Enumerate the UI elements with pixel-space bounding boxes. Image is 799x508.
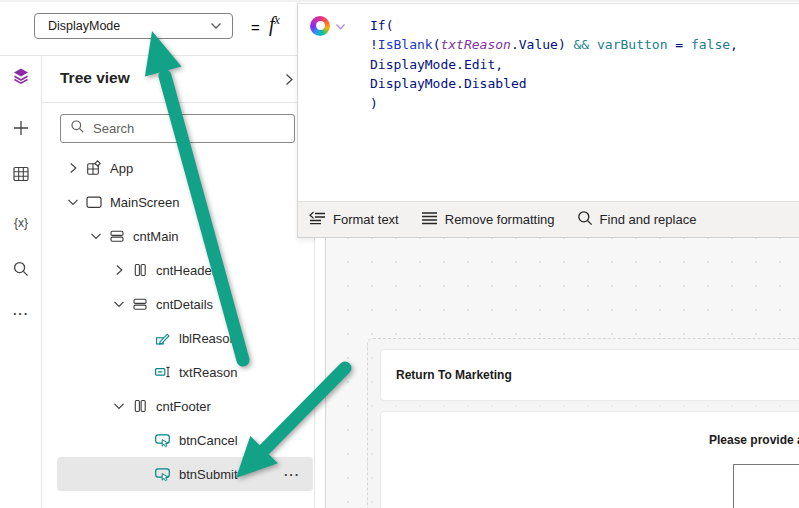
format-text-icon bbox=[309, 211, 326, 229]
tree-view-title: Tree view bbox=[60, 69, 130, 87]
tree-item-label: cntHeader bbox=[156, 263, 216, 278]
tree-item-label: cntMain bbox=[133, 229, 179, 244]
search-icon[interactable] bbox=[7, 255, 35, 283]
format-text-label: Format text bbox=[333, 212, 399, 227]
formula-toolbar: Format text Remove formatting Find and r… bbox=[298, 201, 799, 237]
formula-bar-panel: If(!IsBlank(txtReason.Value) && varButto… bbox=[297, 3, 799, 238]
remove-formatting-button[interactable]: Remove formatting bbox=[421, 211, 555, 229]
container-horizontal-icon bbox=[107, 227, 127, 245]
tree-item-label: lblReason bbox=[179, 331, 237, 346]
find-replace-icon bbox=[577, 210, 593, 229]
tree-list: AppMainScreencntMaincntHeadercntDetailsl… bbox=[42, 151, 314, 491]
tree-item-label: App bbox=[110, 161, 133, 176]
chevron-down-icon bbox=[335, 17, 346, 35]
tree-view-header: Tree view bbox=[42, 56, 314, 103]
formula-code-editor[interactable]: If(!IsBlank(txtReason.Value) && varButto… bbox=[370, 16, 738, 113]
property-selector-value: DisplayMode bbox=[48, 19, 120, 33]
canvas-surface[interactable]: Return To Marketing Please provide a rea bbox=[325, 238, 799, 508]
chevron-down-icon[interactable] bbox=[108, 299, 130, 309]
remove-formatting-label: Remove formatting bbox=[445, 212, 555, 227]
copilot-button[interactable] bbox=[310, 16, 346, 36]
code-line: DisplayMode.Disabled bbox=[370, 74, 738, 93]
chevron-down-icon[interactable] bbox=[85, 231, 107, 241]
chevron-right-icon[interactable] bbox=[108, 264, 130, 276]
container-vertical-icon bbox=[130, 397, 150, 415]
tree-item-label: cntDetails bbox=[156, 297, 213, 312]
details-card[interactable]: Please provide a rea bbox=[381, 412, 799, 508]
screen-icon bbox=[84, 193, 104, 211]
search-input[interactable] bbox=[93, 121, 285, 136]
tree-item-label: MainScreen bbox=[110, 195, 179, 210]
tree-item-label: cntFooter bbox=[156, 399, 211, 414]
tree-search-box[interactable] bbox=[60, 114, 295, 143]
search-icon bbox=[70, 119, 85, 138]
tree-item-label: txtReason bbox=[179, 365, 238, 380]
more-options-icon[interactable]: ··· bbox=[284, 467, 313, 482]
variables-icon[interactable]: {x} bbox=[7, 209, 35, 237]
tree-view-icon[interactable] bbox=[7, 62, 35, 90]
tree-view-panel: Tree view AppMainScreencntMaincntHeaderc… bbox=[42, 55, 315, 508]
format-text-button[interactable]: Format text bbox=[309, 211, 399, 229]
insert-plus-icon[interactable] bbox=[7, 114, 35, 142]
left-rail: {x} ··· bbox=[0, 55, 42, 508]
tree-item-label: btnCancel bbox=[179, 433, 238, 448]
property-selector[interactable]: DisplayMode bbox=[34, 13, 233, 39]
data-grid-icon[interactable] bbox=[7, 160, 35, 188]
tree-item-App[interactable]: App bbox=[57, 151, 313, 185]
tree-item-MainScreen[interactable]: MainScreen bbox=[57, 185, 313, 219]
canvas-area: Return To Marketing Please provide a rea bbox=[315, 238, 799, 508]
equals-sign: = bbox=[251, 19, 260, 36]
tree-item-lblReason[interactable]: lblReason bbox=[57, 321, 313, 355]
reason-text-input[interactable] bbox=[733, 464, 799, 508]
code-line: !IsBlank(txtReason.Value) && varButton =… bbox=[370, 35, 738, 54]
main-screen-container[interactable]: Return To Marketing Please provide a rea bbox=[367, 338, 799, 508]
button-icon bbox=[153, 465, 173, 483]
chevron-down-icon[interactable] bbox=[62, 197, 84, 207]
screen-title-label: Return To Marketing bbox=[396, 368, 512, 382]
text-input-icon bbox=[153, 363, 173, 381]
chevron-down-icon bbox=[210, 19, 222, 33]
find-and-replace-button[interactable]: Find and replace bbox=[577, 210, 697, 229]
reason-label: Please provide a rea bbox=[709, 433, 799, 447]
tree-item-label: btnSubmit bbox=[179, 467, 238, 482]
label-icon bbox=[153, 329, 173, 347]
container-vertical-icon bbox=[130, 261, 150, 279]
button-icon bbox=[153, 431, 173, 449]
header-card[interactable]: Return To Marketing bbox=[381, 350, 799, 400]
tree-item-cntMain[interactable]: cntMain bbox=[57, 219, 313, 253]
copilot-icon bbox=[310, 16, 330, 36]
tree-item-btnCancel[interactable]: btnCancel bbox=[57, 423, 313, 457]
code-line: ) bbox=[370, 94, 738, 113]
tree-item-btnSubmit[interactable]: btnSubmit··· bbox=[57, 457, 313, 491]
remove-formatting-icon bbox=[421, 211, 438, 229]
find-and-replace-label: Find and replace bbox=[600, 212, 697, 227]
container-horizontal-icon bbox=[130, 295, 150, 313]
collapse-panel-icon[interactable] bbox=[285, 72, 294, 90]
code-line: DisplayMode.Edit, bbox=[370, 55, 738, 74]
chevron-down-icon[interactable] bbox=[108, 401, 130, 411]
tree-item-cntFooter[interactable]: cntFooter bbox=[57, 389, 313, 423]
fx-icon: fx bbox=[269, 13, 280, 36]
tree-item-cntDetails[interactable]: cntDetails bbox=[57, 287, 313, 321]
code-line: If( bbox=[370, 16, 738, 35]
chevron-right-icon[interactable] bbox=[62, 162, 84, 174]
tree-item-cntHeader[interactable]: cntHeader bbox=[57, 253, 313, 287]
tree-item-txtReason[interactable]: txtReason bbox=[57, 355, 313, 389]
more-rail-icon[interactable]: ··· bbox=[7, 299, 35, 327]
app-icon bbox=[84, 159, 104, 177]
